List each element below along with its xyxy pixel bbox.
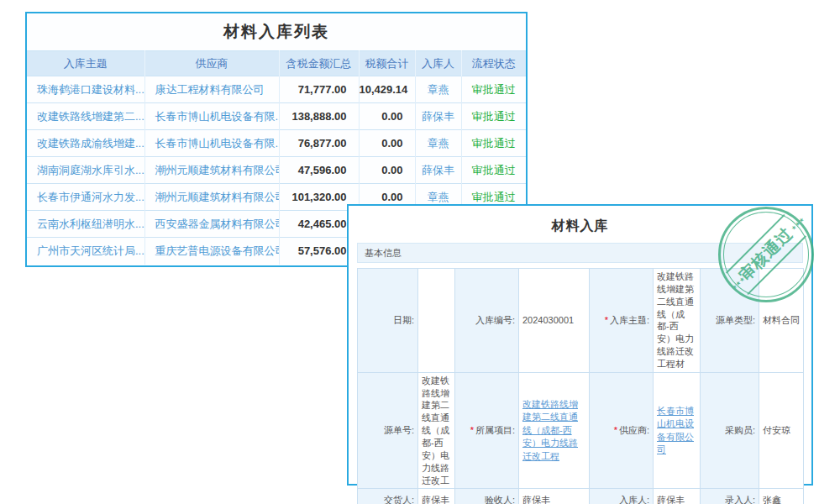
project-label: *所属项目: [455, 372, 519, 489]
material-inbound-detail-panel: 材料入库 基本信息 日期: 入库编号: 2024030001 *入库主题: 改建… [347, 204, 813, 486]
cell-amount: 138,888.00 [279, 103, 359, 130]
project-label-text: 所属项目: [475, 425, 515, 435]
cell-supplier[interactable]: 长春市博山机电设备有限... [144, 103, 279, 130]
recorder-value: 张鑫 [759, 489, 804, 504]
detail-form-table: 日期: 入库编号: 2024030001 *入库主题: 改建铁路线增建第二线直通… [357, 268, 804, 504]
cell-subject[interactable]: 改建铁路线增建第二... [27, 103, 144, 130]
buyer-value: 付安琼 [759, 372, 804, 489]
cell-supplier[interactable]: 长春市博山机电设备有限... [144, 130, 279, 157]
cell-tax: 0.00 [359, 130, 415, 157]
column-header-supplier: 供应商 [144, 51, 279, 76]
date-value [418, 269, 455, 373]
project-value-cell: 改建铁路线增建第二线直通线（成都-西安）电力线路迁改工程 [519, 372, 590, 489]
cell-supplier[interactable]: 西安盛器金属材料有限公司 [144, 211, 279, 238]
entry-no-value: 2024030001 [519, 269, 590, 373]
cell-subject[interactable]: 长春市伊通河水力发... [27, 184, 144, 211]
table-row: 改建铁路成渝线增建... 长春市博山机电设备有限... 76,877.00 0.… [27, 130, 526, 157]
deliverer-value: 薛保丰 [418, 489, 455, 504]
source-type-value: 材料合同 [759, 269, 804, 373]
detail-panel-title: 材料入库 [349, 216, 811, 236]
required-icon: * [470, 425, 474, 435]
cell-person[interactable]: 章燕 [415, 76, 461, 103]
buyer-label: 采购员: [701, 372, 759, 489]
form-row-1: 日期: 入库编号: 2024030001 *入库主题: 改建铁路线增建第二线直通… [358, 269, 804, 373]
cell-supplier[interactable]: 潮州元顺建筑材料有限公司 [144, 184, 279, 211]
cell-status: 审批通过 [461, 76, 526, 103]
inspector-value: 薛保丰 [519, 489, 590, 504]
cell-subject[interactable]: 广州市天河区统计局... [27, 238, 144, 265]
warehouser-label: 入库人: [590, 489, 654, 504]
supplier-value-cell: 长春市博山机电设备有限公司 [654, 372, 701, 489]
cell-amount: 76,877.00 [279, 130, 359, 157]
source-no-label: 源单号: [358, 372, 418, 489]
supplier-link[interactable]: 长春市博山机电设备有限公司 [657, 406, 694, 454]
subject-label: *入库主题: [590, 269, 654, 373]
supplier-label-text: 供应商: [619, 425, 649, 435]
subject-value: 改建铁路线增建第二线直通线（成都-西安）电力线路迁改工程材 [654, 269, 701, 373]
date-label: 日期: [358, 269, 418, 373]
cell-tax: 0.00 [359, 157, 415, 184]
table-row: 湖南洞庭湖水库引水... 潮州元顺建筑材料有限公司 47,596.00 0.00… [27, 157, 526, 184]
cell-supplier[interactable]: 重庆艺普电源设备有限公司 [144, 238, 279, 265]
cell-person[interactable]: 薛保丰 [415, 103, 461, 130]
warehouser-value: 薛保丰 [654, 489, 701, 504]
cell-amount: 71,777.00 [279, 76, 359, 103]
cell-person[interactable]: 薛保丰 [415, 157, 461, 184]
basic-info-section-bar: 基本信息 [357, 243, 803, 263]
cell-subject[interactable]: 湖南洞庭湖水库引水... [27, 157, 144, 184]
cell-status: 审批通过 [461, 130, 526, 157]
deliverer-label: 交货人: [358, 489, 418, 504]
cell-subject[interactable]: 云南水利枢纽潜明水... [27, 211, 144, 238]
column-header-subject: 入库主题 [27, 51, 144, 76]
source-type-label: 源单类型: [701, 269, 759, 373]
supplier-label: *供应商: [590, 372, 654, 489]
cell-amount: 47,596.00 [279, 157, 359, 184]
entry-no-label: 入库编号: [455, 269, 519, 373]
column-header-tax: 税额合计 [359, 51, 415, 76]
cell-supplier[interactable]: 潮州元顺建筑材料有限公司 [144, 157, 279, 184]
cell-subject[interactable]: 改建铁路成渝线增建... [27, 130, 144, 157]
column-header-person: 入库人 [415, 51, 461, 76]
table-row: 珠海鹤港口建设材料... 康达工程材料有限公司 71,777.00 10,429… [27, 76, 526, 103]
cell-subject[interactable]: 珠海鹤港口建设材料... [27, 76, 144, 103]
recorder-label: 录入人: [701, 489, 759, 504]
cell-tax: 0.00 [359, 103, 415, 130]
cell-person[interactable]: 章燕 [415, 130, 461, 157]
form-row-3: 交货人: 薛保丰 验收人: 薛保丰 入库人: 薛保丰 录入人: 张鑫 [358, 489, 804, 504]
inspector-label: 验收人: [455, 489, 519, 504]
cell-supplier[interactable]: 康达工程材料有限公司 [144, 76, 279, 103]
form-row-2: 源单号: 改建铁路线增建第二线直通线（成都-西安）电力线路迁改工 *所属项目: … [358, 372, 804, 489]
cell-status: 审批通过 [461, 157, 526, 184]
source-no-value: 改建铁路线增建第二线直通线（成都-西安）电力线路迁改工 [418, 372, 455, 489]
cell-status: 审批通过 [461, 103, 526, 130]
column-header-status: 流程状态 [461, 51, 526, 76]
table-row: 改建铁路线增建第二... 长春市博山机电设备有限... 138,888.00 0… [27, 103, 526, 130]
page: 材料入库列表 入库主题 供应商 含税金额汇总 税额合计 入库人 流程状态 珠海鹤… [0, 0, 840, 504]
cell-tax: 10,429.14 [359, 76, 415, 103]
required-icon: * [614, 425, 617, 435]
subject-label-text: 入库主题: [610, 315, 649, 325]
project-link[interactable]: 改建铁路线增建第二线直通线（成都-西安）电力线路迁改工程 [522, 399, 578, 461]
list-panel-title: 材料入库列表 [27, 13, 526, 50]
column-header-amount: 含税金额汇总 [279, 51, 359, 76]
table-header-row: 入库主题 供应商 含税金额汇总 税额合计 入库人 流程状态 [27, 51, 526, 76]
required-icon: * [605, 315, 608, 325]
